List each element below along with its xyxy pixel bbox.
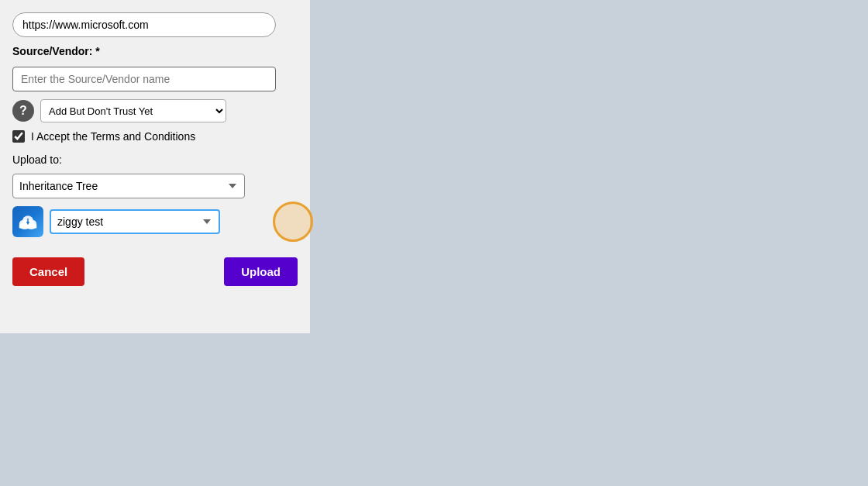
source-vendor-label: Source/Vendor: * <box>12 45 298 57</box>
buttons-row: Cancel Upload <box>12 257 298 286</box>
ziggy-select[interactable]: ziggy test another option <box>50 209 220 234</box>
inheritance-select-row: Inheritance Tree Other Tree <box>12 174 298 198</box>
url-row <box>12 12 298 37</box>
ziggy-row: ziggy test another option <box>12 206 298 237</box>
terms-row: I Accept the Terms and Conditions <box>12 130 298 143</box>
source-vendor-input[interactable] <box>12 67 276 91</box>
help-icon[interactable]: ? <box>12 100 34 122</box>
url-input[interactable] <box>12 12 276 37</box>
upload-button[interactable]: Upload <box>224 257 298 286</box>
trust-select[interactable]: Add But Don't Trust Yet Trust Immediatel… <box>40 99 226 122</box>
upload-to-label: Upload to: <box>12 153 298 166</box>
terms-checkbox[interactable] <box>12 130 25 143</box>
form-panel: Source/Vendor: * ? Add But Don't Trust Y… <box>0 0 310 333</box>
svg-rect-5 <box>19 225 36 229</box>
highlight-circle <box>273 202 313 242</box>
trust-row: ? Add But Don't Trust Yet Trust Immediat… <box>12 99 298 122</box>
cancel-button[interactable]: Cancel <box>12 257 84 286</box>
inheritance-tree-select[interactable]: Inheritance Tree Other Tree <box>12 174 245 198</box>
cloud-icon <box>12 206 43 237</box>
svg-rect-7 <box>27 219 28 222</box>
terms-label: I Accept the Terms and Conditions <box>31 130 195 143</box>
